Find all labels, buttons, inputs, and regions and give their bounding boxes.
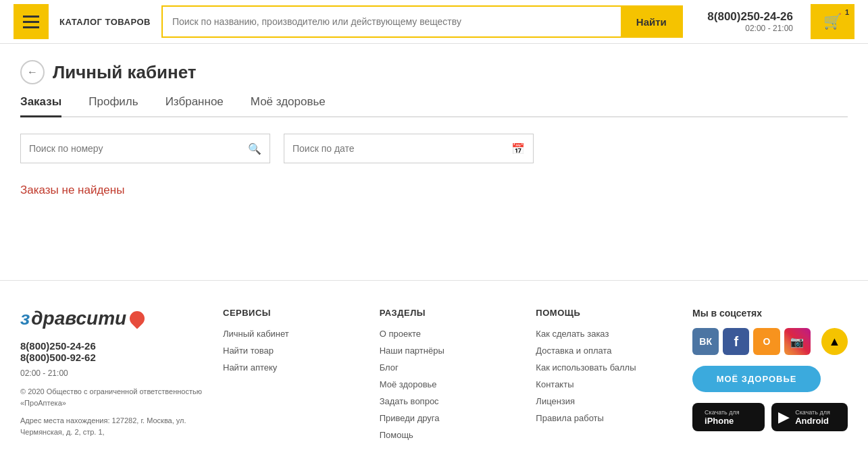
tab-orders[interactable]: Заказы (20, 95, 61, 117)
search-bar: Найти (161, 5, 683, 38)
ios-big-text: iPhone (705, 416, 740, 426)
my-health-button[interactable]: МОЁ ЗДОРОВЬЕ (692, 366, 821, 392)
footer-services: СЕРВИСЫ Личный кабинет Найти товар Найти… (223, 308, 366, 447)
logo-text-z: з (20, 308, 30, 329)
footer-link-partners[interactable]: Наши партнёры (380, 346, 523, 356)
search-icon: 🔍 (248, 142, 261, 155)
tabs-bar: Заказы Профиль Избранное Моё здоровье (20, 95, 848, 117)
footer-link-question[interactable]: Задать вопрос (380, 396, 523, 406)
back-row: ← Личный кабинет (20, 60, 848, 84)
catalog-label: КАТАЛОГ ТОВАРОВ (59, 17, 151, 27)
filter-row: 🔍 📅 (20, 134, 848, 163)
ios-small-text: Скачать для (705, 409, 740, 416)
sections-title: РАЗДЕЛЫ (380, 308, 523, 318)
footer-phone2: 8(800)500-92-62 (20, 352, 209, 363)
number-filter-wrap: 🔍 (20, 134, 270, 163)
footer-link-cabinet[interactable]: Личный кабинет (223, 329, 366, 339)
footer-link-how-order[interactable]: Как сделать заказ (536, 329, 679, 339)
footer-link-license[interactable]: Лицензия (536, 396, 679, 406)
footer-address: Адрес места нахождения: 127282, г. Москв… (20, 415, 209, 437)
menu-button[interactable] (14, 4, 49, 39)
tab-profile[interactable]: Профиль (88, 95, 138, 117)
page-title: Личный кабинет (53, 62, 197, 83)
footer-sections: РАЗДЕЛЫ О проекте Наши партнёры Блог Моё… (380, 308, 523, 447)
header-phone: 8(800)250-24-26 (707, 10, 793, 24)
footer-link-contacts[interactable]: Контакты (536, 379, 679, 389)
footer-phones: 8(800)250-24-26 8(800)500-92-62 (20, 340, 209, 363)
phone-block: 8(800)250-24-26 02:00 - 21:00 (707, 10, 793, 33)
footer-link-about[interactable]: О проекте (380, 329, 523, 339)
header: КАТАЛОГ ТОВАРОВ Найти 8(800)250-24-26 02… (0, 0, 868, 44)
footer-link-referral[interactable]: Приведи друга (380, 413, 523, 423)
footer-link-find-product[interactable]: Найти товар (223, 346, 366, 356)
footer-link-points[interactable]: Как использовать баллы (536, 362, 679, 373)
number-search-input[interactable] (29, 143, 248, 154)
footer-help: ПОМОЩЬ Как сделать заказ Доставка и опла… (536, 308, 679, 447)
tab-favorites[interactable]: Избранное (165, 95, 224, 117)
android-app-button[interactable]: ▶ Скачать для Android (771, 403, 848, 431)
android-small-text: Скачать для (795, 409, 830, 416)
tab-health[interactable]: Моё здоровье (251, 95, 326, 117)
instagram-icon[interactable]: 📷 (784, 328, 811, 355)
help-title: ПОМОЩЬ (536, 308, 679, 318)
search-input[interactable] (163, 7, 621, 36)
footer-link-blog[interactable]: Блог (380, 362, 523, 373)
social-title: Мы в соцсетях (692, 308, 848, 319)
footer-link-help[interactable]: Помощь (380, 430, 523, 440)
android-icon: ▶ (778, 408, 790, 426)
empty-orders-message: Заказы не найдены (20, 184, 848, 197)
scroll-top-button[interactable]: ▲ (821, 328, 848, 355)
services-title: СЕРВИСЫ (223, 308, 366, 318)
footer-link-myhealth[interactable]: Моё здоровье (380, 379, 523, 389)
footer-link-find-pharmacy[interactable]: Найти аптеку (223, 362, 366, 373)
vk-icon[interactable]: ВК (692, 328, 719, 355)
cart-badge: 1 (845, 8, 849, 16)
calendar-icon: 📅 (511, 142, 525, 155)
footer-logo: з дравсити (20, 308, 209, 329)
footer-copyright: © 2020 Общество с ограниченной ответстве… (20, 386, 209, 408)
date-search-input[interactable] (292, 143, 511, 154)
search-button[interactable]: Найти (621, 7, 682, 36)
footer-hours: 02:00 - 21:00 (20, 368, 209, 378)
cart-icon: 🛒 (823, 13, 842, 30)
back-arrow-icon: ← (27, 66, 38, 78)
odnoklassniki-icon[interactable]: О (753, 328, 780, 355)
android-big-text: Android (795, 416, 830, 426)
footer-brand: з дравсити 8(800)250-24-26 8(800)500-92-… (20, 308, 209, 447)
footer-link-delivery[interactable]: Доставка и оплата (536, 346, 679, 356)
header-hours: 02:00 - 21:00 (707, 24, 793, 33)
footer: з дравсити 8(800)250-24-26 8(800)500-92-… (0, 280, 868, 465)
footer-link-rules[interactable]: Правила работы (536, 413, 679, 423)
cart-button[interactable]: 🛒 1 (811, 4, 854, 39)
footer-phone1: 8(800)250-24-26 (20, 340, 209, 352)
date-filter-wrap: 📅 (284, 134, 534, 163)
footer-social: Мы в соцсетях ВК f О 📷 ▲ МОЁ ЗДОРОВЬЕ Ск… (692, 308, 848, 447)
app-buttons: Скачать для iPhone ▶ Скачать для Android (692, 403, 848, 431)
main-content: ← Личный кабинет Заказы Профиль Избранно… (0, 44, 868, 280)
logo-text-rest: дравсити (31, 308, 126, 329)
facebook-icon[interactable]: f (723, 328, 749, 355)
back-button[interactable]: ← (20, 60, 45, 84)
ios-app-button[interactable]: Скачать для iPhone (692, 403, 765, 431)
logo-leaf-icon (127, 308, 148, 329)
